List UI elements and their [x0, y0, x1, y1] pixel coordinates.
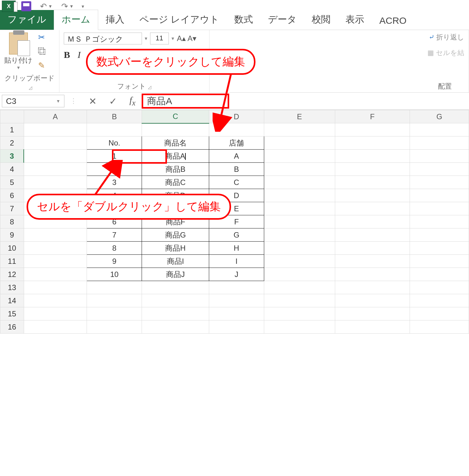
- cell-F8[interactable]: [335, 215, 410, 228]
- cell-B13[interactable]: [87, 281, 142, 294]
- bold-button[interactable]: B: [64, 49, 70, 60]
- cell-E10[interactable]: [264, 242, 335, 255]
- cell-C13[interactable]: [142, 281, 209, 294]
- cell-E9[interactable]: [264, 228, 335, 242]
- cell-E15[interactable]: [264, 307, 335, 320]
- cut-icon[interactable]: ✂: [38, 33, 46, 42]
- cell-E4[interactable]: [264, 163, 335, 176]
- name-box[interactable]: C3 ▼: [2, 95, 64, 107]
- cell-F11[interactable]: [335, 255, 410, 268]
- merge-cells-icon[interactable]: ▦: [427, 49, 434, 57]
- cell-F7[interactable]: [335, 202, 410, 215]
- cell-E14[interactable]: [264, 294, 335, 307]
- tab-page-layout[interactable]: ページ レイアウト: [132, 10, 227, 30]
- cell-C2[interactable]: 商品名: [142, 136, 209, 150]
- cell-G9[interactable]: [410, 228, 469, 242]
- cell-A4[interactable]: [24, 163, 87, 176]
- italic-button[interactable]: I: [78, 49, 81, 60]
- cell-D5[interactable]: C: [209, 176, 264, 189]
- row-header-1[interactable]: 1: [0, 123, 24, 136]
- merge-cells-label[interactable]: セルを結: [436, 48, 464, 58]
- cell-C14[interactable]: [142, 294, 209, 307]
- cell-C5[interactable]: 商品C: [142, 176, 209, 189]
- cell-D11[interactable]: I: [209, 255, 264, 268]
- name-box-dropdown-icon[interactable]: ▼: [56, 99, 60, 104]
- row-header-16[interactable]: 16: [0, 320, 24, 334]
- cell-G14[interactable]: [410, 294, 469, 307]
- row-header-5[interactable]: 5: [0, 176, 24, 189]
- cell-D13[interactable]: [209, 281, 264, 294]
- cell-F6[interactable]: [335, 189, 410, 202]
- tab-review[interactable]: 校閲: [304, 10, 338, 30]
- cell-G10[interactable]: [410, 242, 469, 255]
- clipboard-dialog-launcher[interactable]: ◿: [29, 85, 32, 90]
- col-header-e[interactable]: E: [264, 110, 335, 123]
- col-header-f[interactable]: F: [335, 110, 410, 123]
- format-painter-icon[interactable]: ✎: [38, 61, 46, 70]
- cell-A10[interactable]: [24, 242, 87, 255]
- grow-font-icon[interactable]: A▴: [177, 34, 186, 43]
- paste-button[interactable]: 貼り付け ▼: [4, 33, 33, 70]
- cell-A13[interactable]: [24, 281, 87, 294]
- cell-G5[interactable]: [410, 176, 469, 189]
- cell-D15[interactable]: [209, 307, 264, 320]
- font-dialog-launcher[interactable]: ◿: [148, 84, 151, 90]
- cell-B16[interactable]: [87, 320, 142, 334]
- font-size-select[interactable]: 11: [150, 33, 169, 44]
- cell-E3[interactable]: [264, 150, 335, 163]
- save-button[interactable]: [21, 1, 31, 11]
- copy-icon[interactable]: ⿻: [38, 47, 46, 56]
- tab-file[interactable]: ファイル: [0, 10, 54, 30]
- row-header-14[interactable]: 14: [0, 294, 24, 307]
- undo-dropdown[interactable]: ▼: [48, 4, 53, 9]
- wrap-text-icon[interactable]: ⤶: [429, 33, 434, 41]
- cell-E2[interactable]: [264, 136, 335, 150]
- cell-E5[interactable]: [264, 176, 335, 189]
- cell-G1[interactable]: [410, 123, 469, 136]
- cell-A3[interactable]: [24, 150, 87, 163]
- customize-qat-icon[interactable]: ▾: [82, 3, 84, 9]
- cell-C1[interactable]: [142, 123, 209, 136]
- tab-acrobat[interactable]: ACRO: [372, 12, 414, 30]
- cell-G7[interactable]: [410, 202, 469, 215]
- col-header-c[interactable]: C: [142, 110, 209, 123]
- cell-D9[interactable]: G: [209, 228, 264, 242]
- cell-F14[interactable]: [335, 294, 410, 307]
- cell-A14[interactable]: [24, 294, 87, 307]
- row-header-7[interactable]: 7: [0, 202, 24, 215]
- cell-C3[interactable]: 商品A: [142, 150, 209, 163]
- cell-E6[interactable]: [264, 189, 335, 202]
- cell-E1[interactable]: [264, 123, 335, 136]
- row-header-4[interactable]: 4: [0, 163, 24, 176]
- cell-G11[interactable]: [410, 255, 469, 268]
- select-all-corner[interactable]: [0, 110, 24, 123]
- cell-B10[interactable]: 8: [87, 242, 142, 255]
- cell-G8[interactable]: [410, 215, 469, 228]
- cell-G16[interactable]: [410, 320, 469, 334]
- row-header-12[interactable]: 12: [0, 268, 24, 281]
- cell-D12[interactable]: J: [209, 268, 264, 281]
- cell-B11[interactable]: 9: [87, 255, 142, 268]
- insert-function-button[interactable]: fx: [129, 95, 135, 107]
- redo-dropdown[interactable]: ▼: [69, 4, 74, 9]
- cell-D3[interactable]: A: [209, 150, 264, 163]
- cell-C10[interactable]: 商品H: [142, 242, 209, 255]
- cell-F1[interactable]: [335, 123, 410, 136]
- cell-D4[interactable]: B: [209, 163, 264, 176]
- cell-F10[interactable]: [335, 242, 410, 255]
- cell-E8[interactable]: [264, 215, 335, 228]
- cell-E11[interactable]: [264, 255, 335, 268]
- cell-C11[interactable]: 商品I: [142, 255, 209, 268]
- col-header-b[interactable]: B: [87, 110, 142, 123]
- cell-B9[interactable]: 7: [87, 228, 142, 242]
- cell-B2[interactable]: No.: [87, 136, 142, 150]
- tab-data[interactable]: データ: [260, 10, 304, 30]
- cell-C4[interactable]: 商品B: [142, 163, 209, 176]
- tab-formulas[interactable]: 数式: [227, 10, 260, 30]
- cell-A2[interactable]: [24, 136, 87, 150]
- cell-E13[interactable]: [264, 281, 335, 294]
- row-header-10[interactable]: 10: [0, 242, 24, 255]
- tab-home[interactable]: ホーム: [54, 10, 98, 30]
- cell-C12[interactable]: 商品J: [142, 268, 209, 281]
- cell-B12[interactable]: 10: [87, 268, 142, 281]
